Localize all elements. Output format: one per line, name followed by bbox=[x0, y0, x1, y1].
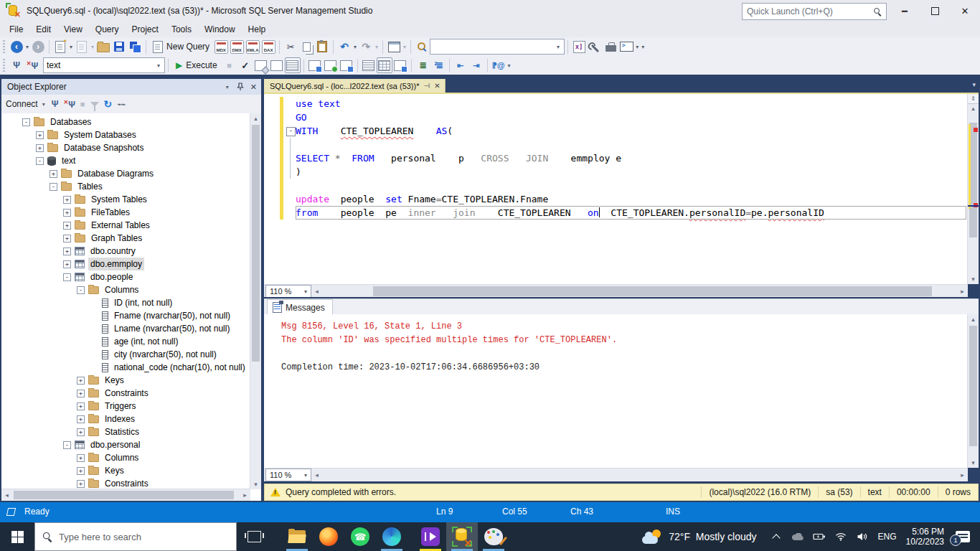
toolbar-overflow[interactable]: ▾ bbox=[508, 62, 511, 69]
execute-button[interactable]: ▶ Execute bbox=[171, 57, 222, 73]
options-button[interactable] bbox=[587, 39, 603, 55]
code-line-7[interactable] bbox=[296, 179, 966, 192]
scroll-right-icon[interactable]: ▸ bbox=[240, 491, 250, 499]
connect-dropdown-button[interactable]: Connect ▾ bbox=[6, 99, 47, 109]
expander-plus-icon[interactable]: + bbox=[63, 248, 71, 255]
expander-plus-icon[interactable]: + bbox=[77, 377, 85, 385]
splitter-handle[interactable]: ⇕ bbox=[968, 94, 979, 104]
cut-button[interactable]: ✂ bbox=[283, 39, 298, 55]
scroll-down-icon[interactable]: ▾ bbox=[250, 481, 261, 488]
tree-item[interactable]: +Columns bbox=[1, 451, 250, 464]
results-to-grid-button[interactable] bbox=[377, 57, 392, 73]
messages-vertical-scrollbar[interactable]: ▴ ▾ bbox=[967, 314, 979, 468]
action-center-button[interactable]: 1 bbox=[956, 531, 970, 542]
expander-plus-icon[interactable]: + bbox=[77, 402, 85, 410]
scroll-thumb[interactable] bbox=[14, 491, 234, 499]
stop-button[interactable]: ■ bbox=[80, 100, 85, 108]
connect-button[interactable]: Ψ bbox=[9, 57, 24, 73]
expander-minus-icon[interactable]: - bbox=[63, 273, 71, 281]
code-line-8[interactable]: update people set Fname=CTE_TOPLEAREN.Fn… bbox=[296, 192, 966, 206]
window-position-dropdown[interactable]: ▾ bbox=[226, 84, 229, 90]
close-tab-icon[interactable]: ✕ bbox=[434, 82, 440, 90]
new-xmla-query-button[interactable]: XMLA bbox=[245, 39, 260, 55]
messages-tab[interactable]: Messages bbox=[267, 299, 333, 315]
menu-item-query[interactable]: Query bbox=[89, 22, 126, 37]
editor-zoom-select[interactable]: 110 % ▾ bbox=[265, 285, 311, 298]
document-tab[interactable]: SQLQuery6.sql - (loc...l2022.text (sa (5… bbox=[264, 79, 446, 93]
quick-launch-input[interactable]: Quick Launch (Ctrl+Q) bbox=[742, 3, 887, 20]
intellisense-toggle[interactable] bbox=[285, 57, 301, 73]
expander-plus-icon[interactable]: + bbox=[77, 390, 85, 397]
taskbar-paint[interactable] bbox=[478, 522, 509, 551]
taskbar-firefox[interactable] bbox=[313, 522, 344, 551]
navigate-forward-button[interactable]: › bbox=[30, 39, 46, 55]
expander-plus-icon[interactable]: + bbox=[63, 209, 71, 217]
weather-widget[interactable]: 72°F Mostly cloudy bbox=[633, 529, 765, 544]
tree-item[interactable]: +Constraints bbox=[1, 477, 250, 489]
code-line-2[interactable]: GO bbox=[296, 110, 966, 124]
volume-icon[interactable] bbox=[852, 532, 873, 541]
xml-editor-button[interactable]: x] bbox=[571, 39, 587, 55]
code-line-9[interactable]: from people pe inner join CTE_TOPLEAREN … bbox=[296, 206, 966, 220]
restore-button[interactable] bbox=[920, 0, 950, 22]
scroll-up-icon[interactable]: ▴ bbox=[250, 115, 261, 122]
client-statistics-button[interactable] bbox=[339, 57, 354, 73]
expander-minus-icon[interactable]: - bbox=[77, 286, 85, 294]
battery-icon[interactable] bbox=[809, 533, 830, 540]
open-file-button[interactable] bbox=[95, 39, 111, 55]
tree-item[interactable]: +Triggers bbox=[1, 400, 250, 413]
expander-minus-icon[interactable]: - bbox=[50, 183, 57, 191]
command-window-button[interactable]: > bbox=[618, 39, 634, 55]
copy-button[interactable] bbox=[298, 39, 314, 55]
tree-item[interactable]: +dbo.country bbox=[1, 245, 250, 258]
expander-minus-icon[interactable]: - bbox=[63, 441, 71, 449]
new-file-button[interactable] bbox=[52, 39, 68, 55]
editor-horizontal-scrollbar[interactable]: 110 % ▾ ◂ ▸ bbox=[264, 284, 968, 298]
code-area[interactable]: use textGOWITH CTE_TOPLEAREN AS(-SELECT … bbox=[264, 94, 966, 284]
command-window-dropdown[interactable]: ▾ bbox=[636, 44, 639, 50]
clock[interactable]: 5:06 PM 10/2/2023 bbox=[902, 527, 951, 547]
tree-item[interactable]: +Statistics bbox=[1, 425, 250, 438]
find-in-files-button[interactable] bbox=[414, 39, 430, 55]
scroll-up-icon[interactable]: ▴ bbox=[968, 316, 979, 323]
tree-item[interactable]: +External Tables bbox=[1, 219, 250, 232]
task-view-button[interactable] bbox=[237, 522, 271, 551]
connect-object-explorer-button[interactable]: Ψ bbox=[52, 99, 59, 109]
toolbar-grip[interactable] bbox=[3, 59, 5, 72]
code-editor[interactable]: use textGOWITH CTE_TOPLEAREN AS(-SELECT … bbox=[264, 94, 979, 284]
new-dmx-query-button[interactable]: DMX bbox=[229, 39, 245, 55]
tab-list-dropdown[interactable]: ▾ bbox=[972, 81, 976, 88]
start-button[interactable] bbox=[0, 522, 34, 551]
database-combobox[interactable]: text ▾ bbox=[43, 57, 165, 73]
filter-icon[interactable] bbox=[90, 102, 99, 107]
scroll-thumb[interactable] bbox=[252, 125, 260, 362]
code-line-5[interactable]: SELECT * FROM personal p CROSS JOIN emmp… bbox=[296, 151, 966, 165]
paste-button[interactable] bbox=[314, 39, 330, 55]
tree-item[interactable]: +System Databases bbox=[1, 128, 250, 141]
tree-item[interactable]: -dbo.personal bbox=[1, 438, 250, 451]
close-button[interactable]: ✕ bbox=[950, 0, 980, 22]
scroll-right-icon[interactable]: ▸ bbox=[957, 471, 968, 479]
menu-item-project[interactable]: Project bbox=[126, 22, 165, 37]
close-panel-icon[interactable]: ✕ bbox=[250, 83, 257, 92]
cancel-query-button[interactable]: ■ bbox=[222, 57, 237, 73]
messages-panel[interactable]: Msg 8156, Level 16, State 1, Line 3The c… bbox=[264, 314, 979, 468]
taskbar-edge[interactable] bbox=[376, 522, 407, 551]
sqlcmd-mode-button[interactable]: ⁋@ bbox=[491, 57, 507, 73]
menu-item-tools[interactable]: Tools bbox=[165, 22, 198, 37]
taskbar-ssms[interactable]: ✕ bbox=[446, 522, 478, 551]
toolbar-overflow[interactable]: ▾ bbox=[641, 44, 644, 50]
tree-vertical-scrollbar[interactable]: ▴ ▾ bbox=[250, 113, 261, 489]
window-dropdown[interactable]: ▾ bbox=[403, 44, 406, 50]
include-actual-plan-button[interactable] bbox=[307, 57, 323, 73]
scroll-up-icon[interactable]: ▴ bbox=[968, 105, 979, 112]
decrease-indent-button[interactable]: ⇤ bbox=[453, 57, 468, 73]
pin-icon[interactable] bbox=[237, 83, 244, 91]
scroll-left-icon[interactable]: ◂ bbox=[311, 471, 322, 479]
results-to-text-button[interactable] bbox=[361, 57, 377, 73]
messages-horizontal-scrollbar[interactable]: 110 % ▾ ◂ ▸ bbox=[264, 468, 968, 481]
toolbox-button[interactable] bbox=[603, 39, 618, 55]
tree-item[interactable]: +Indexes bbox=[1, 413, 250, 425]
expander-plus-icon[interactable]: + bbox=[77, 415, 85, 423]
scroll-thumb[interactable] bbox=[969, 326, 977, 446]
